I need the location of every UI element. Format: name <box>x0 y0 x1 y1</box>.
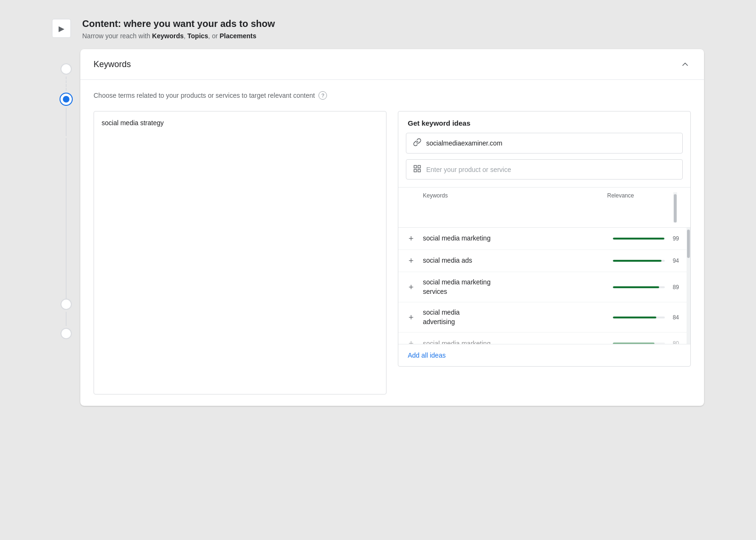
svg-rect-3 <box>418 170 421 172</box>
relevance-bar-fill-1 <box>613 238 664 240</box>
step-circle-2 <box>60 93 73 106</box>
add-all-link[interactable]: Add all ideas <box>408 351 446 359</box>
table-row: + social media marketing 99 <box>398 228 687 250</box>
help-icon[interactable]: ? <box>318 91 327 100</box>
add-keyword-button-2[interactable]: + <box>406 256 416 266</box>
relevance-bar-fill-4 <box>613 317 656 318</box>
svg-rect-2 <box>414 170 416 172</box>
table-row: + social media marketingservices 89 <box>398 272 687 302</box>
col-spacer <box>406 192 423 223</box>
table-row: + social media ads 94 <box>398 250 687 272</box>
add-keyword-button-5[interactable]: + <box>406 338 416 344</box>
relevance-bar-fill-2 <box>613 260 662 262</box>
relevance-number-5: 80 <box>669 340 679 344</box>
step-circle-3 <box>60 299 72 310</box>
relevance-number-1: 99 <box>669 235 679 242</box>
product-input[interactable] <box>426 166 676 173</box>
product-input-row <box>398 159 690 187</box>
description-row: Choose terms related to your products or… <box>94 91 691 100</box>
relevance-number-3: 89 <box>669 284 679 291</box>
keyword-text-3: social media marketingservices <box>423 278 613 296</box>
grid-icon <box>413 164 421 174</box>
table-row-partial: + social media marketing 80 <box>398 333 687 344</box>
video-icon-box: ▶ <box>52 19 71 38</box>
keyword-text-2: social media ads <box>423 256 613 266</box>
page-wrapper: ▶ Content: where you want your ads to sh… <box>0 0 756 540</box>
add-all-row: Add all ideas <box>398 344 690 366</box>
scrollbar[interactable] <box>673 192 677 223</box>
relevance-bar-fill-3 <box>613 286 659 288</box>
url-input-row <box>398 133 690 159</box>
relevance-bar-bg-3 <box>613 286 665 288</box>
relevance-cell-3: 89 <box>613 284 679 291</box>
main-content: ▶ Content: where you want your ads to sh… <box>52 9 704 406</box>
url-input-field[interactable] <box>406 133 683 154</box>
step-sidebar <box>52 49 80 406</box>
keyword-ideas-panel: Get keyword ideas <box>398 111 691 367</box>
card-body: Choose terms related to your products or… <box>80 80 704 406</box>
col-relevance-header: Relevance <box>607 192 673 223</box>
link-icon <box>413 138 421 148</box>
card-header: Keywords <box>80 49 704 80</box>
relevance-cell-4: 84 <box>613 314 679 321</box>
description-text: Choose terms related to your products or… <box>94 92 315 99</box>
keywords-table: Keywords Relevance <box>398 187 690 344</box>
two-col-layout: social media strategy Get keyword ideas <box>94 111 691 394</box>
keywords-card: Keywords Choose terms related to your pr… <box>80 49 704 406</box>
keyword-text-5: social media marketing <box>423 339 613 344</box>
step-line-3 <box>66 312 67 326</box>
step-line-2 <box>66 108 67 136</box>
step-circle-1 <box>60 63 72 75</box>
table-scrollbar-thumb <box>687 230 690 258</box>
content-header: ▶ Content: where you want your ads to sh… <box>52 9 704 49</box>
url-input[interactable] <box>426 139 676 147</box>
relevance-bar-bg-2 <box>613 260 665 262</box>
step-line-1 <box>66 77 67 91</box>
relevance-bar-bg-1 <box>613 238 665 240</box>
svg-rect-0 <box>414 165 416 168</box>
step-line-long <box>66 138 67 299</box>
layout: Keywords Choose terms related to your pr… <box>52 49 704 406</box>
relevance-cell-2: 94 <box>613 257 679 264</box>
relevance-cell-5: 80 <box>613 340 679 344</box>
header-text: Content: where you want your ads to show… <box>82 17 275 40</box>
collapse-button[interactable] <box>679 59 691 70</box>
table-scrollbar[interactable] <box>687 228 690 344</box>
col-keywords-header: Keywords <box>423 192 607 223</box>
keyword-ideas-title: Get keyword ideas <box>398 111 690 133</box>
table-row: + social mediaadvertising 84 <box>398 302 687 333</box>
table-inner: + social media marketing 99 <box>398 228 687 344</box>
relevance-number-2: 94 <box>669 257 679 264</box>
scrollbar-thumb <box>674 194 677 223</box>
page-title: Content: where you want your ads to show <box>82 17 275 30</box>
add-keyword-button-4[interactable]: + <box>406 312 416 323</box>
step-circle-4 <box>60 328 72 339</box>
keyword-text-1: social media marketing <box>423 234 613 243</box>
table-header-row: Keywords Relevance <box>398 188 690 228</box>
card-title: Keywords <box>94 60 131 69</box>
svg-rect-1 <box>418 165 421 168</box>
keywords-textarea[interactable]: social media strategy <box>94 111 387 394</box>
relevance-bar-fill-5 <box>613 343 654 344</box>
relevance-number-4: 84 <box>669 314 679 321</box>
relevance-cell-1: 99 <box>613 235 679 242</box>
table-with-scroll: + social media marketing 99 <box>398 228 690 344</box>
add-keyword-button-1[interactable]: + <box>406 233 416 244</box>
add-keyword-button-3[interactable]: + <box>406 282 416 292</box>
relevance-bar-bg-4 <box>613 317 665 318</box>
product-input-field[interactable] <box>406 159 683 180</box>
page-subtitle: Narrow your reach with Keywords, Topics,… <box>82 32 275 40</box>
video-icon: ▶ <box>59 24 64 33</box>
keyword-text-4: social mediaadvertising <box>423 308 613 326</box>
relevance-bar-bg-5 <box>613 343 665 344</box>
